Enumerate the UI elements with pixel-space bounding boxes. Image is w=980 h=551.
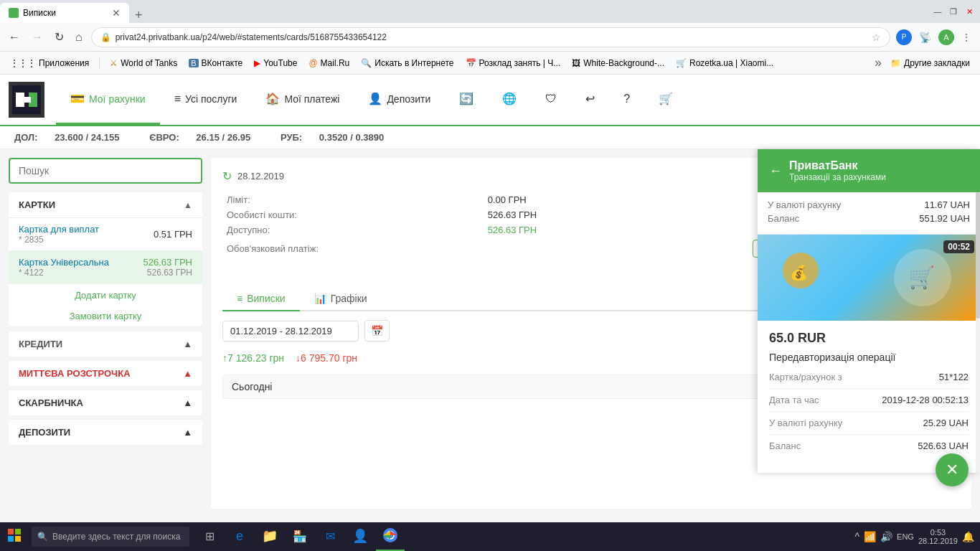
nav-my-accounts[interactable]: 💳 Мої рахунки: [56, 75, 160, 125]
nav-extra-4[interactable]: ↩: [571, 75, 609, 125]
refresh-icon[interactable]: ↻: [222, 169, 232, 183]
fp-detail-balance: Баланс 526.63 UAH: [769, 441, 969, 457]
maximize-button[interactable]: ❐: [948, 6, 958, 17]
fp-back-button[interactable]: ←: [769, 164, 782, 179]
active-tab[interactable]: Виписки ✕: [0, 3, 129, 23]
refresh-button[interactable]: ↻: [52, 27, 67, 47]
minimize-button[interactable]: —: [933, 6, 943, 17]
cards-chevron-icon: ▲: [184, 200, 192, 210]
new-tab-button[interactable]: +: [129, 8, 149, 23]
tab-close-button[interactable]: ✕: [112, 7, 121, 19]
bookmark-apps[interactable]: ⋮⋮⋮ Приложения: [6, 57, 93, 70]
nav-all-services[interactable]: ≡ Усі послуги: [160, 75, 252, 125]
fp-scrollbar[interactable]: [976, 192, 980, 473]
url-bar[interactable]: 🔒 privat24.privatbank.ua/p24/web/#statem…: [91, 27, 890, 47]
dostupno-value: 526.63 ГРН: [485, 223, 748, 237]
language-indicator[interactable]: ENG: [897, 532, 914, 541]
nav-shop[interactable]: 🛒: [644, 75, 687, 125]
cast-icon[interactable]: 📡: [916, 29, 934, 45]
extensions-icon[interactable]: P: [896, 29, 912, 45]
card-item-viplat[interactable]: Картка для виплат * 2835 0.51 ГРН: [9, 218, 202, 251]
start-button[interactable]: [0, 522, 29, 551]
bookmark-schedule[interactable]: 📅 Розклад занять | Ч...: [461, 57, 565, 70]
fp-balans-label: Баланс: [768, 213, 799, 224]
search-input[interactable]: [9, 158, 202, 184]
taskbar-chrome[interactable]: [376, 522, 405, 551]
system-clock[interactable]: 0:53 28.12.2019: [918, 528, 958, 545]
clock-time: 0:53: [930, 528, 946, 537]
vypisky-tab-icon: ≡: [237, 293, 242, 304]
close-fab-button[interactable]: ✕: [936, 453, 969, 486]
clock-date: 28.12.2019: [918, 537, 958, 545]
calendar-button[interactable]: 📅: [364, 320, 390, 342]
tab-vypisky[interactable]: ≡ Виписки: [222, 287, 300, 311]
credits-header[interactable]: КРЕДИТИ ▲: [9, 331, 202, 357]
star-icon[interactable]: ☆: [872, 32, 881, 43]
notification-icon[interactable]: 🔔: [962, 531, 974, 542]
fp-subtitle: Транзакції за рахунками: [789, 172, 886, 182]
bookmark-mailru[interactable]: @ Mail.Ru: [304, 57, 354, 70]
network-icon[interactable]: 📶: [864, 531, 876, 542]
bookmark-mailru-label: Mail.Ru: [321, 58, 350, 68]
back-button[interactable]: ←: [6, 28, 23, 47]
fp-detail-currency: У валюті рахунку 25.29 UAH: [769, 418, 969, 435]
nav-extra-3[interactable]: 🛡: [531, 75, 571, 125]
dol-value: 23.600 / 24.155: [55, 132, 119, 143]
cards-section-header[interactable]: КАРТКИ ▲: [9, 192, 202, 218]
nav-deposits-label: Депозити: [387, 93, 430, 105]
taskbar-mail[interactable]: ✉: [316, 522, 344, 551]
show-hidden-icon[interactable]: ^: [855, 531, 860, 542]
limit-value: 0.00 ГРН: [485, 193, 748, 207]
svg-rect-12: [15, 536, 21, 542]
nav-deposits[interactable]: 👤 Депозити: [354, 75, 445, 125]
bookmark-youtube-label: YouTube: [263, 58, 297, 68]
volume-icon[interactable]: 🔊: [880, 531, 892, 542]
taskbar-taskview[interactable]: ⊞: [195, 522, 224, 551]
nav-extra-2[interactable]: 🌐: [488, 75, 531, 125]
order-card-button[interactable]: Замовити картку: [9, 306, 202, 326]
rub-value: 0.3520 / 0.3890: [319, 132, 384, 143]
more-bookmarks-button[interactable]: »: [875, 55, 882, 70]
svg-rect-3: [22, 97, 31, 103]
profile-icon[interactable]: A: [938, 29, 954, 45]
menu-icon[interactable]: ⋮: [958, 29, 974, 45]
user-icon: 👤: [352, 528, 368, 544]
taskbar-edge[interactable]: e: [225, 522, 254, 551]
fp-balance-detail-label: Баланс: [769, 441, 801, 451]
bookmark-other[interactable]: 📁 Другие закладки: [886, 57, 974, 70]
taskbar-store[interactable]: 🏪: [286, 522, 314, 551]
taskbar-user[interactable]: 👤: [346, 522, 374, 551]
deposits-header[interactable]: ДЕПОЗИТИ ▲: [9, 420, 202, 445]
bookmark-rozetka[interactable]: 🛒 Rozetka.ua | Xiaomi...: [672, 57, 778, 70]
card-universal-number: * 4122: [19, 268, 109, 278]
rozstrochka-header[interactable]: МИТТЄВА РОЗСТРОЧКА ▲: [9, 361, 202, 386]
nav-help[interactable]: ?: [609, 75, 644, 125]
add-card-button[interactable]: Додати картку: [9, 284, 202, 306]
bookmark-whitebg[interactable]: 🖼 White-Background-...: [567, 57, 669, 70]
taskbar-search-bar[interactable]: 🔍 Введите здесь текст для поиска: [32, 527, 189, 547]
bookmark-other-label: Другие закладки: [904, 58, 970, 68]
bookmark-search[interactable]: 🔍 Искать в Интернете: [357, 57, 458, 70]
forward-button[interactable]: →: [29, 28, 46, 47]
close-window-button[interactable]: ✕: [964, 6, 974, 17]
scarbnych-label: СКАРБНИЧКА: [19, 397, 83, 408]
nav-extra-1[interactable]: 🔄: [445, 75, 488, 125]
home-button[interactable]: ⌂: [72, 28, 85, 47]
security-lock-icon: 🔒: [100, 32, 111, 42]
rozstrochka-chevron-icon: ▲: [183, 368, 192, 379]
card-item-universal[interactable]: Картка Універсальна * 4122 526.63 ГРН 52…: [9, 251, 202, 284]
tab-grafiky[interactable]: 📊 Графіки: [300, 287, 382, 311]
scarbnych-header[interactable]: СКАРБНИЧКА ▲: [9, 390, 202, 415]
grafiky-tab-label: Графіки: [331, 293, 367, 304]
nav-my-payments[interactable]: 🏠 Мої платежі: [251, 75, 354, 125]
fp-bank-name: ПриватБанк: [789, 159, 886, 172]
bookmark-wot[interactable]: ⚔ World of Tanks: [105, 57, 182, 70]
bookmark-youtube[interactable]: ▶ YouTube: [250, 57, 301, 70]
date-range-input[interactable]: [222, 321, 359, 342]
nav-my-accounts-label: Мої рахунки: [89, 93, 146, 105]
title-bar: Виписки ✕ + — ❐ ✕: [0, 0, 980, 23]
bookmark-vk[interactable]: В ВКонтакте: [184, 57, 247, 70]
bookmark-separator-1: [99, 57, 100, 69]
taskbar-explorer[interactable]: 📁: [255, 522, 284, 551]
deposits-section: ДЕПОЗИТИ ▲: [9, 420, 202, 445]
